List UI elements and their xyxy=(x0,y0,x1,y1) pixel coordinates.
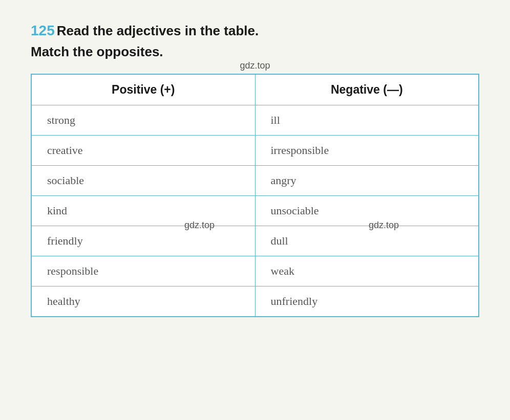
table-row: responsibleweak xyxy=(31,256,479,286)
cell-negative: unfriendly xyxy=(255,286,479,317)
instructions: 125 Read the adjectives in the table. Ma… xyxy=(31,20,479,61)
cell-positive: kind xyxy=(31,195,255,226)
table-row: creativeirresponsible xyxy=(31,135,479,165)
adjectives-table: Positive (+) Negative (—) strongillcreat… xyxy=(31,74,479,317)
cell-positive: strong xyxy=(31,105,255,135)
table-row: kindunsociable xyxy=(31,195,479,226)
cell-negative: ill xyxy=(255,105,479,135)
cell-negative: angry xyxy=(255,165,479,195)
cell-positive: healthy xyxy=(31,286,255,317)
cell-negative: unsociable xyxy=(255,195,479,226)
cell-positive: sociable xyxy=(31,165,255,195)
page-container: 125 Read the adjectives in the table. Ma… xyxy=(31,20,479,317)
table-row: healthyunfriendly xyxy=(31,286,479,317)
task-line1: Read the adjectives in the table. xyxy=(57,23,259,38)
cell-positive: responsible xyxy=(31,256,255,286)
cell-negative: dull xyxy=(255,226,479,256)
header-positive: Positive (+) xyxy=(31,74,255,105)
cell-negative: weak xyxy=(255,256,479,286)
cell-positive: creative xyxy=(31,135,255,165)
watermark-top: gdz.top xyxy=(240,60,270,71)
cell-negative: irresponsible xyxy=(255,135,479,165)
cell-positive: friendly xyxy=(31,226,255,256)
task-number: 125 xyxy=(31,23,55,38)
table-header-row: Positive (+) Negative (—) xyxy=(31,74,479,105)
table-row: strongill xyxy=(31,105,479,135)
table-row: friendlydull xyxy=(31,226,479,256)
header-negative: Negative (—) xyxy=(255,74,479,105)
table-row: sociableangry xyxy=(31,165,479,195)
task-line2: Match the opposites. xyxy=(31,42,479,61)
